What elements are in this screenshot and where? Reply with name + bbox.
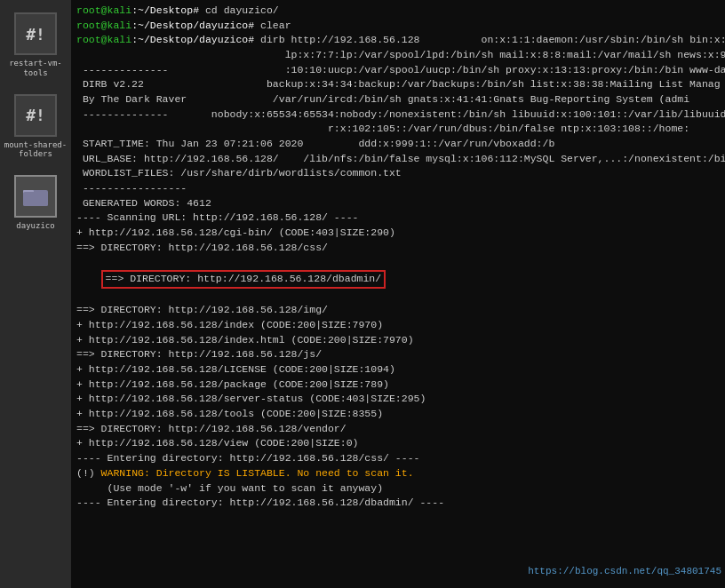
sidebar-item-label: dayuzico xyxy=(16,221,54,231)
terminal-line: root@kali:~/Desktop/dayuzico# dirb http:… xyxy=(76,33,720,48)
watermark: https://blog.csdn.net/qq_34801745 xyxy=(528,565,721,579)
terminal-line: ----------------- xyxy=(76,181,720,196)
terminal-line: r:x:102:105::/var/run/dbus:/bin/false nt… xyxy=(76,122,720,137)
sidebar-item-dayuzico[interactable]: dayuzico xyxy=(0,170,71,236)
terminal-line: ---- Scanning URL: http://192.168.56.128… xyxy=(76,211,720,226)
sidebar-item-mount-shared-folders[interactable]: #! mount-shared-folders xyxy=(0,89,71,165)
terminal-line: WORDLIST_FILES: /usr/share/dirb/wordlist… xyxy=(76,166,720,181)
terminal-line: URL_BASE: http://192.168.56.128/ /lib/nf… xyxy=(76,152,720,167)
sidebar-item-label: restart-vm-tools xyxy=(4,59,68,78)
terminal-line: lp:x:7:7:lp:/var/spool/lpd:/bin/sh mail:… xyxy=(76,48,720,63)
svg-rect-2 xyxy=(23,192,48,206)
terminal-line: + http://192.168.56.128/view (CODE:200|S… xyxy=(76,436,720,451)
terminal-line: ==> DIRECTORY: http://192.168.56.128/ven… xyxy=(76,422,720,437)
terminal-line: -------------- nobody:x:65534:65534:nobo… xyxy=(76,107,720,123)
sidebar-item-label: mount-shared-folders xyxy=(4,140,68,160)
terminal-line: + http://192.168.56.128/package (CODE:20… xyxy=(76,377,720,393)
terminal-line: + http://192.168.56.128/server-status (C… xyxy=(76,392,720,407)
terminal-line: DIRB v2.22 backup:x:34:34:backup:/var/ba… xyxy=(76,77,720,92)
terminal-line: -------------- :10:10:uucp:/var/spool/uu… xyxy=(76,63,720,78)
terminal-line: + http://192.168.56.128/index (CODE:200|… xyxy=(76,318,720,333)
terminal-line: ---- Entering directory: http://192.168.… xyxy=(76,496,720,511)
highlighted-directory-line: ==> DIRECTORY: http://192.168.56.128/dba… xyxy=(76,255,386,303)
terminal-line: START_TIME: Thu Jan 23 07:21:06 2020 ddd… xyxy=(76,137,720,152)
mount-shared-folders-icon: #! xyxy=(14,94,57,137)
terminal-line: By The Dark Raver /var/run/ircd:/bin/sh … xyxy=(76,92,720,107)
folder-icon xyxy=(14,175,57,218)
terminal-line: root@kali:~/Desktop/dayuzico# clear xyxy=(76,19,720,34)
terminal-line: ==> DIRECTORY: http://192.168.56.128/js/ xyxy=(76,347,720,362)
terminal-line: root@kali:~/Desktop# cd dayuzico/ xyxy=(76,4,720,19)
terminal-line: (Use mode '-w' if you want to scan it an… xyxy=(76,481,720,497)
terminal: root@kali:~/Desktop# cd dayuzico/ root@k… xyxy=(71,0,725,588)
terminal-line: + http://192.168.56.128/tools (CODE:200|… xyxy=(76,407,720,422)
terminal-line: (!) WARNING: Directory IS LISTABLE. No n… xyxy=(76,466,720,481)
terminal-line: + http://192.168.56.128/LICENSE (CODE:20… xyxy=(76,362,720,377)
terminal-line: + http://192.168.56.128/cgi-bin/ (CODE:4… xyxy=(76,226,720,241)
terminal-line: ==> DIRECTORY: http://192.168.56.128/css… xyxy=(76,241,720,256)
terminal-line: GENERATED WORDS: 4612 xyxy=(76,196,720,211)
terminal-line: ---- Entering directory: http://192.168.… xyxy=(76,451,720,466)
terminal-line: ==> DIRECTORY: http://192.168.56.128/img… xyxy=(76,303,720,318)
sidebar-item-restart-vm-tools[interactable]: #! restart-vm-tools xyxy=(0,7,71,83)
sidebar: #! restart-vm-tools #! mount-shared-fold… xyxy=(0,0,71,588)
terminal-line: + http://192.168.56.128/index.html (CODE… xyxy=(76,333,720,348)
restart-vm-tools-icon: #! xyxy=(14,12,57,55)
